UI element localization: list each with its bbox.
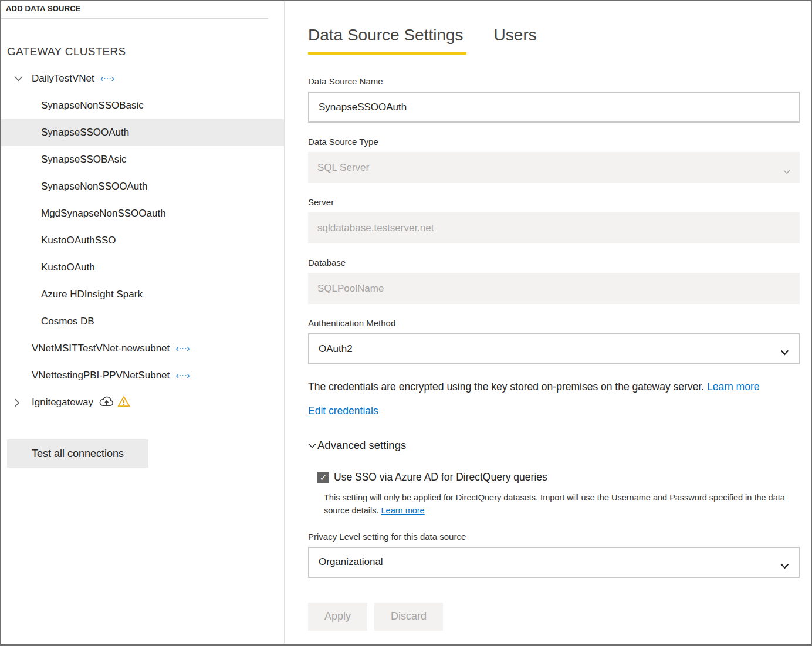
data-source-name-input[interactable] — [308, 92, 800, 123]
server-input — [308, 212, 800, 243]
datasource-label: Cosmos DB — [41, 316, 94, 327]
credentials-learn-more-link[interactable]: Learn more — [707, 381, 760, 393]
apply-button[interactable]: Apply — [308, 603, 367, 631]
sso-note: This setting will only be applied for Di… — [324, 491, 811, 518]
authentication-method-value: OAuth2 — [319, 343, 353, 355]
chevron-down-icon[interactable] — [14, 76, 32, 82]
chevron-down-icon — [780, 347, 789, 358]
chevron-down-icon — [308, 443, 316, 448]
sso-note-learn-more-link[interactable]: Learn more — [381, 506, 425, 515]
privacy-level-label: Privacy Level setting for this data sour… — [308, 532, 800, 542]
cloud-upload-icon — [99, 396, 114, 410]
data-source-form: Data Source Name Data Source Type SQL Se… — [308, 76, 800, 631]
cluster-label: Ignitegateway — [32, 397, 93, 408]
datasource-label: MgdSynapseNonSSOOauth — [41, 208, 166, 219]
authentication-method-label: Authentication Method — [308, 318, 800, 328]
credentials-note-text: The credentials are encrypted using the … — [308, 381, 707, 393]
edit-credentials-link[interactable]: Edit credentials — [308, 405, 378, 417]
sso-checkbox-label: Use SSO via Azure AD for DirectQuery que… — [334, 471, 547, 483]
cluster-label: DailyTestVNet — [32, 73, 94, 84]
divider — [1, 18, 268, 19]
gateway-settings-window: ADD DATA SOURCE GATEWAY CLUSTERS DailyTe… — [0, 0, 812, 646]
datasource-item[interactable]: SynapseSSOBAsic — [1, 146, 284, 173]
data-source-name-label: Data Source Name — [308, 76, 800, 86]
tab-bar: Data Source Settings Users — [308, 26, 811, 55]
gateway-clusters-heading: GATEWAY CLUSTERS — [7, 45, 284, 58]
vnet-link-icon: ‹···› — [100, 73, 114, 84]
datasource-item[interactable]: KustoOAuthSSO — [1, 227, 284, 254]
sidebar: ADD DATA SOURCE GATEWAY CLUSTERS DailyTe… — [1, 1, 285, 644]
datasource-item[interactable]: SynapseNonSSOOAuth — [1, 173, 284, 200]
discard-button[interactable]: Discard — [374, 603, 443, 631]
authentication-method-select[interactable]: OAuth2 — [308, 333, 800, 364]
datasource-label: SynapseNonSSOOAuth — [41, 181, 147, 192]
sso-checkbox-row[interactable]: ✓ Use SSO via Azure AD for DirectQuery q… — [317, 471, 800, 483]
advanced-settings-label: Advanced settings — [317, 439, 406, 452]
datasource-label: SynapseNonSSOBasic — [41, 100, 144, 111]
privacy-level-select[interactable]: Organizational — [308, 547, 800, 578]
advanced-settings-toggle[interactable]: Advanced settings — [308, 439, 800, 452]
datasource-item[interactable]: KustoOAuth — [1, 254, 284, 281]
datasource-label: SynapseSSOBAsic — [41, 154, 127, 165]
database-input — [308, 273, 800, 304]
datasource-label: Azure HDInsight Spark — [41, 289, 143, 300]
sso-checkbox[interactable]: ✓ — [317, 472, 329, 483]
cluster-dailytestvnet[interactable]: DailyTestVNet ‹···› — [1, 65, 284, 92]
cluster-label: VNettestingPBI-PPVNetSubnet — [32, 370, 170, 381]
form-actions: Apply Discard — [308, 603, 800, 631]
datasource-label: SynapseSSOOAuth — [41, 127, 129, 138]
main-panel: Data Source Settings Users Data Source N… — [285, 1, 811, 644]
database-label: Database — [308, 258, 800, 268]
datasource-label: KustoOAuthSSO — [41, 235, 116, 246]
cluster-vnetmsittestvnet[interactable]: VNetMSITTestVNet-newsubnet ‹···› — [1, 335, 284, 362]
datasource-item[interactable]: Cosmos DB — [1, 308, 284, 335]
privacy-level-value: Organizational — [319, 556, 383, 568]
vnet-link-icon: ‹···› — [175, 343, 189, 354]
cluster-label: VNetMSITTestVNet-newsubnet — [32, 343, 170, 354]
datasource-item[interactable]: SynapseNonSSOBasic — [1, 92, 284, 119]
chevron-down-icon — [783, 165, 790, 177]
data-source-type-select: SQL Server — [308, 152, 800, 183]
cluster-ignitegateway[interactable]: Ignitegateway — [1, 389, 284, 416]
datasource-item[interactable]: MgdSynapseNonSSOOauth — [1, 200, 284, 227]
warning-icon — [117, 395, 130, 410]
tab-data-source-settings[interactable]: Data Source Settings — [308, 26, 466, 55]
cluster-vnettestingpbi[interactable]: VNettestingPBI-PPVNetSubnet ‹···› — [1, 362, 284, 389]
server-label: Server — [308, 197, 800, 207]
datasource-item-selected[interactable]: SynapseSSOOAuth — [1, 119, 284, 146]
vnet-link-icon: ‹···› — [175, 370, 189, 381]
chevron-down-icon — [780, 560, 789, 572]
data-source-type-label: Data Source Type — [308, 137, 800, 147]
add-data-source-button[interactable]: ADD DATA SOURCE — [1, 1, 284, 13]
datasource-label: KustoOAuth — [41, 262, 95, 273]
chevron-right-icon[interactable] — [14, 398, 32, 407]
credentials-note: The credentials are encrypted using the … — [308, 381, 800, 393]
test-all-connections-button[interactable]: Test all connections — [7, 439, 148, 468]
data-source-type-value: SQL Server — [317, 162, 369, 174]
datasource-item[interactable]: Azure HDInsight Spark — [1, 281, 284, 308]
tab-users[interactable]: Users — [494, 26, 540, 55]
